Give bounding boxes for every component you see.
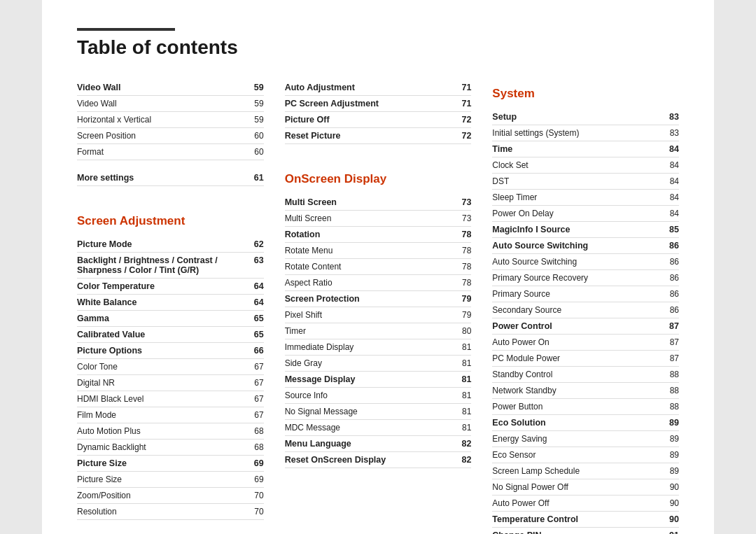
toc-entry: Primary Source86 xyxy=(492,286,679,302)
entry-page: 81 xyxy=(454,423,471,433)
toc-entry: Aspect Ratio78 xyxy=(285,275,472,291)
toc-entry: Picture Mode62 xyxy=(77,237,264,253)
entry-label: Multi Screen xyxy=(285,213,455,223)
toc-entry: Picture Off72 xyxy=(285,112,472,128)
toc-entry: Standby Control88 xyxy=(492,367,679,383)
toc-entry: Menu Language82 xyxy=(285,436,472,452)
toc-entry: Pixel Shift79 xyxy=(285,307,472,323)
entry-label: Standby Control xyxy=(492,370,662,379)
toc-entry: HDMI Black Level67 xyxy=(77,391,264,407)
entry-page: 84 xyxy=(662,176,679,186)
entry-page: 91 xyxy=(662,531,679,534)
entry-label: Multi Screen xyxy=(285,197,455,207)
entry-label: Digital NR xyxy=(77,378,247,388)
entry-label: Screen Position xyxy=(77,131,247,141)
toc-entry: Auto Source Switching86 xyxy=(492,238,679,254)
entry-page: 73 xyxy=(454,197,471,207)
entry-page: 81 xyxy=(454,391,471,400)
toc-entry: Initial settings (System)83 xyxy=(492,125,679,141)
toc-entry: PC Module Power87 xyxy=(492,351,679,367)
toc-entry: Horizontal x Vertical59 xyxy=(77,112,264,128)
entry-page: 62 xyxy=(247,239,264,249)
toc-entry: Time84 xyxy=(492,141,679,157)
toc-entry: Resolution70 xyxy=(77,504,264,520)
entry-label: PC Module Power xyxy=(492,353,662,363)
entry-page: 63 xyxy=(247,255,264,265)
entry-page: 59 xyxy=(247,115,264,125)
entry-label: Time xyxy=(492,144,662,154)
entry-page: 86 xyxy=(662,305,679,315)
entry-page: 67 xyxy=(247,362,264,372)
entry-page: 81 xyxy=(454,374,471,384)
entry-label: Reset OnScreen Display xyxy=(285,455,455,465)
toc-entry: Auto Motion Plus68 xyxy=(77,423,264,440)
entry-page: 89 xyxy=(662,418,679,428)
entry-label: Power Control xyxy=(492,321,662,331)
entry-label: Horizontal x Vertical xyxy=(77,115,247,125)
entry-label: Picture Off xyxy=(285,115,455,125)
entry-label: Auto Motion Plus xyxy=(77,426,247,436)
entry-page: 72 xyxy=(454,115,471,125)
toc-entry: Screen Lamp Schedule89 xyxy=(492,463,679,479)
toc-entry: More settings61 xyxy=(77,170,264,186)
toc-entry: Reset OnScreen Display82 xyxy=(285,452,472,468)
toc-entry: Zoom/Position70 xyxy=(77,488,264,504)
entry-page: 73 xyxy=(454,213,471,223)
toc-entry: Secondary Source86 xyxy=(492,302,679,318)
toc-entry: Timer80 xyxy=(285,323,472,339)
entry-page: 81 xyxy=(454,358,471,368)
video-wall-group: Video Wall59Video Wall59Horizontal x Ver… xyxy=(77,80,264,160)
entry-page: 79 xyxy=(454,294,471,304)
entry-page: 70 xyxy=(247,491,264,500)
entry-label: Gamma xyxy=(77,314,247,323)
entry-page: 86 xyxy=(662,273,679,283)
system-entries: Setup83Initial settings (System)83Time84… xyxy=(492,109,679,534)
entry-page: 86 xyxy=(662,289,679,299)
entry-page: 84 xyxy=(662,209,679,218)
entry-label: Picture Mode xyxy=(77,239,247,249)
entry-page: 86 xyxy=(662,257,679,267)
toc-entry: Auto Power On87 xyxy=(492,335,679,351)
toc-entry: Power On Delay84 xyxy=(492,206,679,222)
entry-page: 66 xyxy=(247,346,264,356)
toc-entry: Eco Sensor89 xyxy=(492,447,679,463)
toc-entry: Backlight / Brightness / Contrast / Shar… xyxy=(77,253,264,279)
entry-label: HDMI Black Level xyxy=(77,394,247,404)
entry-label: Setup xyxy=(492,112,662,122)
column-2: Auto Adjustment71PC Screen Adjustment71P… xyxy=(285,80,493,534)
entry-page: 72 xyxy=(454,131,471,141)
entry-page: 82 xyxy=(454,455,471,465)
entry-label: Secondary Source xyxy=(492,305,662,315)
entry-label: Temperature Control xyxy=(492,514,662,524)
entry-label: Color Temperature xyxy=(77,281,247,291)
entry-label: Auto Power On xyxy=(492,337,662,347)
toc-entry: Power Control87 xyxy=(492,318,679,335)
col2-top-entries: Auto Adjustment71PC Screen Adjustment71P… xyxy=(285,80,472,144)
toc-entry: Format60 xyxy=(77,144,264,160)
entry-label: Menu Language xyxy=(285,439,455,449)
entry-label: Primary Source xyxy=(492,289,662,299)
entry-page: 84 xyxy=(662,192,679,202)
entry-page: 65 xyxy=(247,314,264,323)
entry-label: Clock Set xyxy=(492,160,662,170)
entry-label: Screen Protection xyxy=(285,294,455,304)
entry-label: Initial settings (System) xyxy=(492,128,662,138)
toc-entry: Dynamic Backlight68 xyxy=(77,440,264,456)
entry-page: 64 xyxy=(247,281,264,291)
entry-page: 85 xyxy=(662,225,679,234)
entry-page: 81 xyxy=(454,407,471,416)
entry-page: 78 xyxy=(454,262,471,272)
entry-label: Source Info xyxy=(285,391,455,400)
toc-entry: Video Wall59 xyxy=(77,96,264,112)
entry-page: 87 xyxy=(662,337,679,347)
onscreen-display-title: OnScreen Display xyxy=(285,172,472,186)
entry-page: 86 xyxy=(662,241,679,251)
entry-label: White Balance xyxy=(77,297,247,307)
column-1: Video Wall59Video Wall59Horizontal x Ver… xyxy=(77,80,285,534)
entry-label: Resolution xyxy=(77,507,247,517)
entry-label: No Signal Message xyxy=(285,407,455,416)
toc-entry: Multi Screen73 xyxy=(285,195,472,211)
onscreen-entries: Multi Screen73Multi Screen73Rotation78Ro… xyxy=(285,195,472,468)
toc-entry: Message Display81 xyxy=(285,372,472,388)
toc-entry: Picture Size69 xyxy=(77,456,264,472)
